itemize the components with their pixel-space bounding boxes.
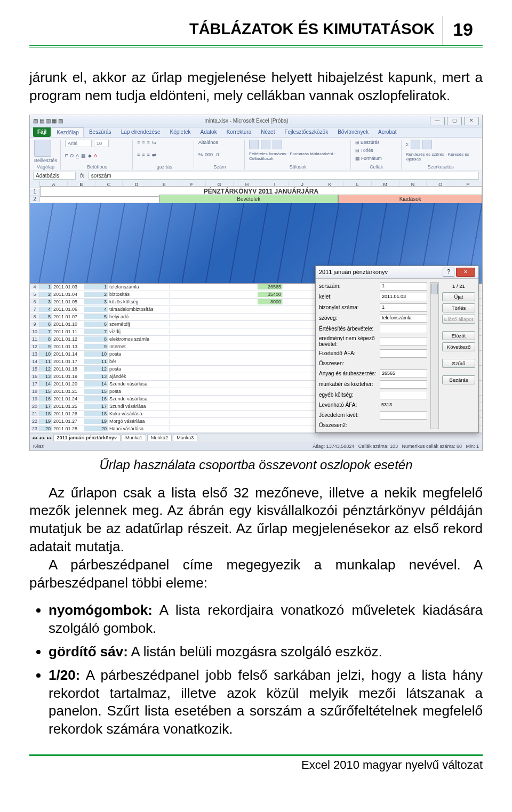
ribbon-tab[interactable]: Nézet (257, 127, 279, 137)
form-field-label: sorszám: (319, 283, 378, 289)
sheet-tab[interactable]: 2011 januári pénztárkönyv (53, 434, 121, 441)
bullet-text: A párbeszédpanel jobb felső sarkában jel… (49, 667, 483, 737)
fx-icon[interactable]: fx (76, 173, 89, 179)
form-field-value[interactable] (380, 380, 427, 389)
number-format[interactable]: Általános (198, 140, 241, 145)
font-color-icon[interactable]: A (94, 153, 97, 158)
delete-button[interactable]: Törlés (442, 303, 475, 312)
sheet-tab[interactable]: Munka2 (147, 434, 172, 441)
cell-style-icon[interactable] (273, 140, 282, 149)
ribbon-tabs: Fájl Kezdőlap Beszúrás Lap elrendezése K… (30, 127, 482, 138)
form-field: egyéb költség: (319, 391, 427, 399)
form-field-value[interactable]: 26565 (380, 369, 427, 378)
form-field-value (380, 422, 427, 429)
form-field: Összesen2: (319, 422, 427, 429)
form-field-value[interactable]: 2011.01.03 (380, 293, 427, 301)
data-form-dialog: 2011 januári pénztárkönyv ? ✕ sorszám:1k… (315, 266, 479, 433)
close-dialog-button[interactable]: ✕ (456, 268, 475, 277)
form-field-label: bizonylat száma: (319, 304, 378, 310)
editing-group: Szerkesztés (406, 164, 476, 170)
sheet-tab[interactable]: Munka1 (122, 434, 146, 441)
italic-icon[interactable]: D (70, 153, 74, 158)
figure-caption: Űrlap használata csoportba összevont osz… (29, 457, 483, 472)
ribbon-tab[interactable]: Adatok (196, 127, 221, 137)
ribbon-tab[interactable]: Képletek (166, 127, 195, 137)
form-field: Értékesítés árbevétele: (319, 325, 427, 333)
form-field-label: kelet: (319, 294, 378, 300)
form-field-value[interactable] (380, 411, 427, 420)
body-paragraph-1: Az űrlapon csak a lista első 32 mezőneve… (29, 484, 483, 556)
close-form-button[interactable]: Bezárás (442, 375, 475, 384)
sheet-nav-icon[interactable]: ◂◂ ◂ ▸ ▸▸ (32, 435, 52, 440)
ribbon-tab[interactable]: Fejlesztőeszközök (280, 127, 332, 137)
form-field-value[interactable] (380, 337, 427, 345)
close-window-button[interactable]: ✕ (464, 117, 479, 125)
form-scrollbar[interactable] (430, 282, 439, 429)
window-titlebar: ▧ ▤ ▥ ▦ ▧ minta.xlsx - Microsoft Excel (… (30, 115, 482, 127)
form-field: sorszám:1 (319, 282, 427, 291)
font-size[interactable]: 10 (94, 140, 109, 147)
filter-button[interactable]: Szűrő (442, 359, 475, 368)
new-button[interactable]: Újat (442, 292, 475, 301)
form-field: Anyag és árubeszerzés:26565 (319, 369, 427, 378)
ribbon-tab[interactable]: Kezdőlap (52, 127, 84, 137)
name-box[interactable]: Adatbázis (33, 172, 76, 180)
restore-button[interactable]: Előző állapot (442, 315, 475, 324)
bullet-label: gördítő sáv: (49, 644, 128, 660)
form-field: Fizetendő ÁFA: (319, 349, 427, 358)
ribbon-tab[interactable]: Beszúrás (85, 127, 116, 137)
sort-icon[interactable] (411, 140, 420, 149)
form-field-value[interactable]: telefonszámla (380, 314, 427, 323)
clipboard-group: Vágólap (34, 164, 57, 170)
sheet-tab[interactable]: Munka3 (173, 434, 197, 441)
fill-icon[interactable]: ◆ (88, 153, 92, 158)
find-icon[interactable] (422, 140, 432, 149)
prev-button[interactable]: Előzőt (442, 331, 475, 340)
form-field-label: Anyag és árubeszerzés: (319, 371, 378, 376)
font-name[interactable]: Arial (65, 140, 92, 147)
page-footer: Excel 2010 magyar nyelvű változat (29, 754, 483, 772)
form-field-label: Fizetendő ÁFA: (319, 350, 378, 356)
dialog-title: 2011 januári pénztárkönyv (319, 269, 388, 275)
body-paragraph-2: A párbeszédpanel címe megegyezik a munka… (29, 556, 483, 592)
maximize-button[interactable]: ▢ (447, 117, 462, 125)
form-field-value[interactable] (380, 391, 427, 399)
bold-icon[interactable]: F (65, 153, 68, 158)
minimize-button[interactable]: — (430, 117, 445, 125)
bullet-list: nyomógombok: A lista rekordjaira vonatko… (29, 601, 483, 738)
form-field-label: Összesen: (319, 360, 378, 366)
form-field: eredményt nem képező bevétel: (319, 335, 427, 347)
form-field: munkabér és közteher: (319, 380, 427, 389)
form-field-value[interactable]: 1 (380, 282, 427, 291)
qat: ▧ ▤ ▥ ▦ ▧ (33, 118, 63, 124)
page-header: TÁBLÁZATOK ÉS KIMUTATÁSOK 19 (29, 16, 483, 47)
cond-format-icon[interactable] (249, 140, 259, 149)
form-field-value[interactable]: 1 (380, 303, 427, 312)
ribbon-tab[interactable]: Bővítmények (333, 127, 373, 137)
form-field-value[interactable] (380, 349, 427, 358)
underline-icon[interactable]: A (76, 153, 79, 158)
paste-icon[interactable] (34, 140, 51, 157)
form-field-value: 5313 (380, 401, 427, 409)
record-counter: 1 / 21 (442, 282, 475, 290)
ribbon-body: Beillesztés Vágólap Arial 10 F D A ▦ ◆ A… (30, 138, 482, 171)
form-field-label: munkabér és közteher: (319, 381, 378, 387)
ribbon-tab[interactable]: Lap elrendezése (117, 127, 165, 137)
form-field-label: Jövedelem kivét: (319, 412, 378, 418)
sheet-tabs-bar: ◂◂ ◂ ▸ ▸▸ 2011 januári pénztárkönyv Munk… (30, 433, 482, 442)
form-field-value[interactable] (380, 325, 427, 333)
ribbon-tab[interactable]: Acrobat (374, 127, 401, 137)
paste-label: Beillesztés (34, 158, 57, 163)
file-tab[interactable]: Fájl (33, 127, 51, 137)
formula-input[interactable]: sorszám (89, 172, 479, 180)
form-field-value (380, 360, 427, 367)
form-field-label: Összesen2: (319, 422, 378, 428)
formula-bar: Adatbázis fx sorszám (30, 171, 482, 181)
border-icon[interactable]: ▦ (81, 153, 86, 158)
help-button[interactable]: ? (443, 268, 454, 277)
next-button[interactable]: Következő (442, 342, 475, 351)
form-field-label: eredményt nem képező bevétel: (319, 335, 378, 347)
table-format-icon[interactable] (261, 140, 270, 149)
band-bevetel: Bevételek (159, 195, 338, 204)
ribbon-tab[interactable]: Korrektúra (222, 127, 256, 137)
